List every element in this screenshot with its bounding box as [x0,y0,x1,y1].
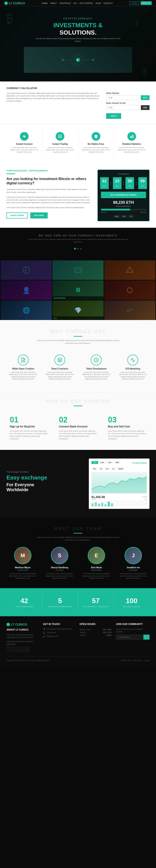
logo[interactable]: LT CURICO [4,1,25,5]
dot-1[interactable] [74,248,76,250]
chart-svg [92,472,147,493]
amount-input[interactable] [106,95,139,100]
nav-contact[interactable]: CONTACT [104,2,113,4]
footer-logo-icon [6,623,10,626]
chart-7d[interactable]: 7d [98,467,104,470]
avatar-3: E [88,547,105,564]
nav-team[interactable]: TEAM [96,2,101,4]
social-instagram[interactable]: ig [25,647,29,652]
token-icon [94,358,99,363]
social-linkedin[interactable]: in [19,647,23,652]
why-title-3: Token Development [82,368,111,370]
stat-label-2: Years Of Experience [46,606,75,608]
contribute-button[interactable]: BUY CONTRIBUTE TOKENS [101,192,146,198]
why-title-1: White Paper Creation [9,368,38,370]
why-icon-4 [127,354,138,365]
signup-button[interactable]: SIGN UP [140,1,152,5]
feature-desc-1: Lorem ipsum dolor sitem consectetur adip… [9,147,40,153]
svg-text:₿: ₿ [77,59,78,61]
payment-icons: VISA MC PP [101,215,146,218]
footer-support[interactable]: Support [144,660,150,661]
apply-button[interactable]: Apply [106,113,121,119]
why-heading: WHY CHOOSE US? Lorem ipsum dolor sit ame… [6,329,150,345]
ico-box: ICO Ends In 01 Days : 23 Hrs : 59 Min [98,169,150,221]
newsletter-input[interactable] [116,634,144,640]
buynow-button[interactable]: Buy Now [30,212,48,218]
gallery-item-5[interactable]: ⛓ BLOCKCHAIN [52,280,104,300]
token-divider [6,174,15,174]
whitepaper-button[interactable]: White Paper [6,212,28,218]
features-row: Instant Connect Lorem ipsum dolor sitem … [0,124,156,163]
hours-time-2: 9:00 - 17:00 [98,631,111,633]
why-item-3: Token Development Lorem ipsum dolor site… [80,351,113,383]
svg-rect-31 [111,503,113,506]
stat-num-4: 100 [117,597,146,605]
why-item-4: ICO Marketing Lorem ipsum dolor sitem co… [116,351,150,383]
why-section: WHY CHOOSE US? Lorem ipsum dolor sit ame… [0,320,156,392]
newsletter-button[interactable]: → [144,634,150,640]
footer-contact: Get In Touch 📍 123 Anywhere Street, Your… [43,623,75,652]
nav-portfolio[interactable]: PORTFOLIO [59,2,71,4]
exchange-right: USD EUR CHF GBP ⬡ CryptoCompare 24h 7d 1… [89,459,150,509]
how-title: HOW TO GET STARTED [6,399,150,404]
step-title-3: Buy and Sell Coin [108,425,146,428]
why-title-4: ICO Marketing [118,368,147,370]
nav-about[interactable]: ABOUT [50,2,57,4]
gallery-item-9[interactable] [104,301,155,320]
nav-get-started[interactable]: GET STARTED [79,2,93,4]
gallery-item-4[interactable]: 👤 [1,280,52,300]
gallery-item-1[interactable]: ₿ [1,260,52,280]
footer-hours-title: Open Hours [79,623,111,625]
step-desc-2: Lorem ipsum dolor sit amet consectetur a… [59,430,97,440]
gallery-item-7[interactable]: 🌐 [1,301,52,320]
amount-to-input[interactable] [106,105,139,110]
dot-2[interactable] [77,248,79,250]
gallery-item-2[interactable] [52,260,104,280]
hours-time-1: 8:00 - 18:00 [98,628,111,631]
tab-gbp[interactable]: GBP [114,461,121,464]
stats-icon [130,134,134,138]
hero-title-line1: INVESTMENTS & [53,22,103,29]
team-divider [74,533,82,533]
svg-rect-8 [130,136,131,138]
address-icon: 📍 [43,628,45,630]
team-title: MEET OUR TEAM [6,526,150,531]
svg-rect-29 [104,504,107,506]
gallery-item-6[interactable] [104,280,155,300]
tab-usd[interactable]: USD [92,461,98,464]
feature-title-3: No Hidden Fees [80,143,111,145]
footer-community-title: Join Our Community [116,623,150,625]
why-title-2: Smart Contracts [45,368,74,370]
minutes-unit: 59 Min [126,177,134,189]
social-facebook[interactable]: f [6,647,11,652]
footer-privacy[interactable]: Privacy Policy [121,660,131,661]
tab-eur[interactable]: EUR [99,461,106,464]
seconds-unit: 09 Sec [138,177,147,189]
dot-3[interactable] [80,248,82,250]
gallery-item-8[interactable]: 💎 ICO [52,301,104,320]
login-button[interactable]: LOGIN [130,1,139,5]
chart-volume: 24h [145,499,147,500]
hours-row-3: Sunday Closed [80,634,111,637]
why-icon-1 [18,354,29,365]
chart-24h[interactable]: 24h [92,467,98,470]
chart-1y[interactable]: 1y [111,467,116,470]
nav-ico[interactable]: ICO [74,2,77,4]
social-twitter[interactable]: t [12,647,17,652]
chart-1m[interactable]: 1m [104,467,110,470]
progress-labels: Soft Cap Hard Cap [101,212,146,213]
team-grid: M Martisse Meyer Founder & CEO Lorem ips… [6,547,150,580]
progress-bar [101,209,146,211]
tab-chf[interactable]: CHF [107,461,113,464]
avatar-placeholder-3: E [88,548,104,563]
nav-home[interactable]: HOME [42,2,48,4]
gallery-item-3[interactable] [104,260,155,280]
footer-logo-text: LT CURICO [11,623,27,626]
svg-rect-9 [131,135,132,138]
contact-email: ✉ info@ltcurico.com [43,635,75,638]
footer-terms[interactable]: Terms Of Use [133,660,142,661]
gallery-label-5: BLOCKCHAIN [52,296,104,300]
header-actions: LOGIN SIGN UP [130,1,152,5]
svg-point-5 [62,59,64,61]
chart-simple[interactable]: Simple [117,467,125,470]
